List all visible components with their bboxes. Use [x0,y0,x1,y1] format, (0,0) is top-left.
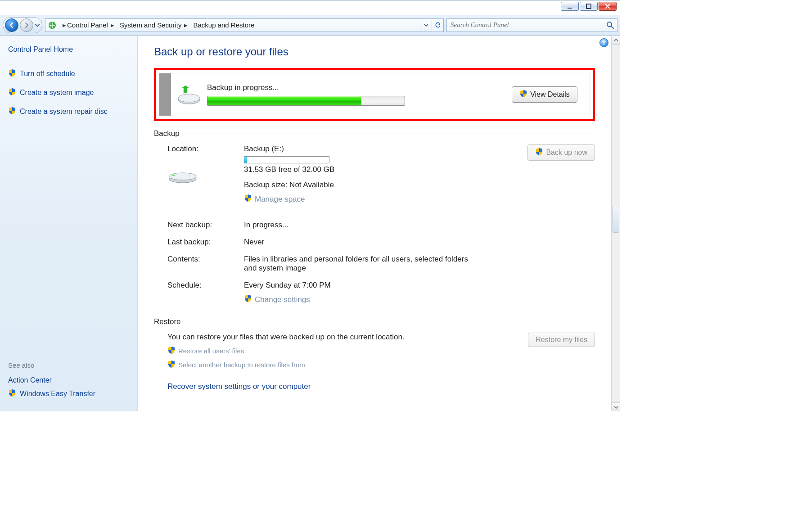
nav-buttons [3,17,42,33]
chevron-right-icon: ▸ [111,21,114,29]
search-input[interactable] [450,21,604,29]
disk-free-text: 31.53 GB free of 32.00 GB [244,165,478,174]
contents-label: Contents: [167,255,244,273]
see-also-heading: See also [8,361,129,369]
scroll-thumb[interactable] [613,206,619,233]
location-icon [47,20,57,30]
recover-system-link[interactable]: Recover system settings or your computer [154,382,595,391]
close-button[interactable] [599,2,617,11]
location-block: Backup (E:) 31.53 GB free of 32.00 GB Ba… [244,144,478,204]
recent-locations-dropdown[interactable] [35,23,40,28]
shield-icon [244,294,252,305]
breadcrumb-segment[interactable]: System and Security ▸ [118,20,190,30]
disk-usage-fill [244,157,247,163]
manage-space-link[interactable]: Manage space [244,194,305,204]
breadcrumb-segment[interactable]: ▸ Control Panel ▸ [59,20,116,30]
breadcrumb-segment[interactable]: Backup and Restore [191,20,256,30]
backup-progress-bar [207,96,405,106]
last-backup-label: Last backup: [167,238,244,247]
minimize-button[interactable] [561,2,579,11]
shield-icon [519,90,527,99]
drive-icon [167,163,244,212]
card-handle [159,73,171,116]
backup-progress-card: Backup in progress... View Details [159,73,590,116]
refresh-button[interactable] [432,19,443,32]
search-icon[interactable] [606,21,614,29]
explorer-toolbar: ▸ Control Panel ▸ System and Security ▸ … [0,15,620,36]
forward-button[interactable] [20,18,33,32]
shield-icon [8,69,16,79]
page-title: Back up or restore your files [154,45,595,58]
sidebar-link-create-system-image[interactable]: Create a system image [8,88,129,98]
shield-icon [8,389,16,399]
scroll-down-arrow[interactable] [612,402,620,411]
backup-progress-highlight: Backup in progress... View Details [154,68,595,121]
restore-my-files-button: Restore my files [528,333,595,347]
location-value: Backup (E:) [244,144,478,153]
backup-size-text: Backup size: Not Available [244,180,478,189]
svg-point-8 [169,173,196,180]
sidebar-link-create-repair-disc[interactable]: Create a system repair disc [8,107,129,117]
search-box[interactable] [446,18,617,32]
scroll-track[interactable] [612,45,620,402]
svg-rect-0 [568,8,572,9]
restore-all-users-link[interactable]: Restore all users' files [167,346,496,356]
address-bar[interactable]: ▸ Control Panel ▸ System and Security ▸ … [45,18,444,32]
shield-icon [167,360,176,370]
sidebar-link-turn-off-schedule[interactable]: Turn off schedule [8,69,129,79]
vertical-scrollbar[interactable] [611,36,620,411]
sidebar-link-action-center[interactable]: Action Center [8,376,129,384]
back-button[interactable] [5,18,18,32]
help-icon[interactable]: ? [599,38,608,47]
chevron-right-icon: ▸ [63,21,66,29]
shield-icon [535,148,543,158]
last-backup-value: Never [244,238,478,247]
svg-point-6 [178,94,200,102]
sidebar: Control Panel Home Turn off schedule Cre… [0,36,138,411]
chevron-right-icon: ▸ [184,21,188,29]
back-up-now-button: Back up now [527,144,595,161]
main-panel: ? Back up or restore your files Backup i… [138,36,611,411]
content-area: Control Panel Home Turn off schedule Cre… [0,36,611,411]
backup-drive-icon [171,84,207,105]
maximize-button[interactable] [580,2,598,11]
change-settings-link[interactable]: Change settings [244,294,310,305]
next-backup-value: In progress... [244,221,478,230]
backup-section-header: Backup [154,129,595,138]
address-dropdown[interactable] [420,19,432,32]
svg-rect-1 [586,4,591,9]
select-another-backup-link[interactable]: Select another backup to restore files f… [167,360,496,370]
schedule-value: Every Sunday at 7:00 PM [244,281,478,290]
backup-info-grid: Location: Backup (E:) 31.53 GB free of 3… [154,144,595,305]
backup-progress-fill [207,96,361,105]
sidebar-link-easy-transfer[interactable]: Windows Easy Transfer [8,389,129,399]
scroll-up-arrow[interactable] [612,36,620,45]
backup-status-text: Backup in progress... [207,83,500,92]
next-backup-label: Next backup: [167,221,244,230]
shield-icon [244,194,252,204]
restore-section-header: Restore [154,317,595,326]
window-controls [561,2,617,11]
shield-icon [8,107,16,117]
view-details-button[interactable]: View Details [512,86,577,103]
shield-icon [8,88,16,98]
disk-usage-bar [244,156,329,163]
svg-rect-9 [172,175,175,176]
schedule-label: Schedule: [167,281,244,305]
control-panel-home-link[interactable]: Control Panel Home [8,45,129,54]
restore-intro-text: You can restore your files that were bac… [154,333,496,342]
svg-line-4 [611,26,613,28]
shield-icon [167,346,176,356]
contents-value: Files in libraries and personal folders … [244,255,478,273]
